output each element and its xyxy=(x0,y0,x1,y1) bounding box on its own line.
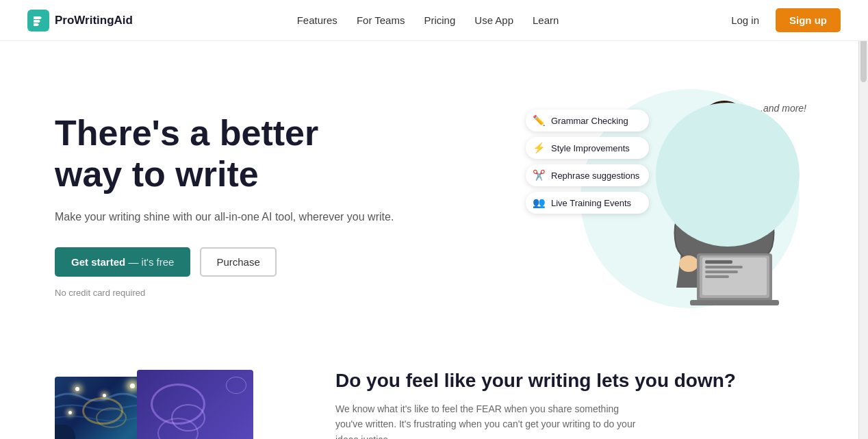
nav-links: Features For Teams Pricing Use App Learn xyxy=(297,14,559,26)
pill-rephrase: ✂️ Rephrase suggestions xyxy=(526,164,649,186)
nav-actions: Log in Sign up xyxy=(723,8,841,32)
nav-for-teams[interactable]: For Teams xyxy=(357,14,405,26)
svg-point-16 xyxy=(679,255,698,272)
grammar-icon: ✏️ xyxy=(533,114,546,127)
hero-left: There's a better way to write Make your … xyxy=(55,113,394,298)
pill-training-label: Live Training Events xyxy=(551,198,631,208)
pill-grammar: ✏️ Grammar Checking xyxy=(526,110,649,131)
hero-illustration: ...and more! ⭐ ✏️ Grammar Checking ⚡ Sty… xyxy=(526,82,813,329)
nav-features[interactable]: Features xyxy=(297,14,337,26)
nav-learn[interactable]: Learn xyxy=(533,14,559,26)
svg-rect-22 xyxy=(705,266,743,268)
get-started-button[interactable]: Get started — it's free xyxy=(55,247,190,277)
scrollbar[interactable] xyxy=(858,0,868,439)
training-icon: 👥 xyxy=(533,197,546,209)
svg-rect-23 xyxy=(705,271,738,273)
brand-name: ProWritingAid xyxy=(55,14,133,27)
rephrase-icon: ✂️ xyxy=(533,169,546,181)
pill-rephrase-label: Rephrase suggestions xyxy=(551,171,639,181)
bottom-section: My idea in my head Do you feel like your… xyxy=(0,356,868,439)
hero-title: There's a better way to write xyxy=(55,113,394,195)
artwork-container: My idea in my head xyxy=(55,370,294,439)
person-illustration xyxy=(656,96,793,322)
svg-rect-21 xyxy=(705,260,732,264)
signup-button[interactable]: Sign up xyxy=(776,8,841,32)
bottom-title: Do you feel like your writing lets you d… xyxy=(335,370,813,392)
teal-circle xyxy=(656,103,800,247)
nav-use-app[interactable]: Use App xyxy=(474,14,513,26)
hero-buttons: Get started — it's free Purchase xyxy=(55,247,394,277)
pill-style-label: Style Improvements xyxy=(551,143,630,153)
pill-grammar-label: Grammar Checking xyxy=(551,116,628,126)
feature-pills-container: ✏️ Grammar Checking ⚡ Style Improvements… xyxy=(526,110,649,214)
no-credit-card-note: No credit card required xyxy=(55,288,394,298)
purple-canvas-painting xyxy=(137,370,253,439)
style-icon: ⚡ xyxy=(533,142,546,154)
logo-svg xyxy=(31,14,45,27)
pill-training: 👥 Live Training Events xyxy=(526,192,649,214)
logo-link[interactable]: ProWritingAid xyxy=(27,10,133,32)
nav-pricing[interactable]: Pricing xyxy=(424,14,455,26)
bottom-body-text: We know what it's like to feel the FEAR … xyxy=(335,401,637,439)
logo-icon xyxy=(27,10,49,32)
hero-section: There's a better way to write Make your … xyxy=(0,41,868,356)
pill-style: ⚡ Style Improvements xyxy=(526,137,649,159)
svg-rect-24 xyxy=(705,275,729,278)
bottom-text-section: Do you feel like your writing lets you d… xyxy=(335,370,813,439)
hero-subtitle: Make your writing shine with our all-in-… xyxy=(55,209,394,225)
navbar: ProWritingAid Features For Teams Pricing… xyxy=(0,0,868,41)
svg-rect-25 xyxy=(690,300,779,305)
login-button[interactable]: Log in xyxy=(723,10,767,30)
purchase-button[interactable]: Purchase xyxy=(200,247,276,277)
